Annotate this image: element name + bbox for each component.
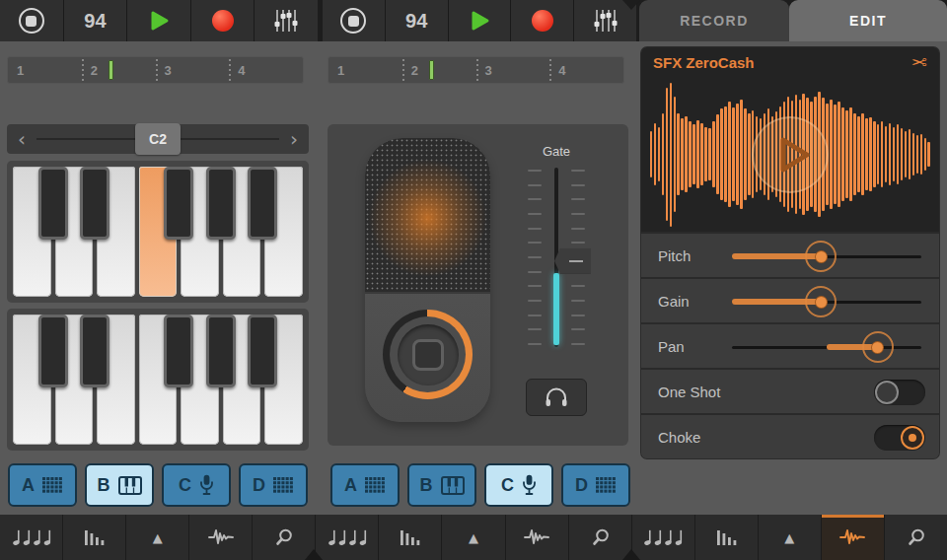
pad-button-a[interactable]: A [8, 463, 77, 507]
toolbar-item-triangle[interactable]: ▲ [126, 515, 189, 560]
triangle-icon: ▲ [153, 530, 163, 545]
waveform-bar [696, 120, 699, 188]
handle-dash [569, 260, 583, 262]
slider-handle[interactable] [816, 297, 827, 308]
waveform-bar [681, 118, 684, 189]
microphone-panel: Gate [328, 124, 628, 446]
bar-position-indicator-2[interactable]: 1 2 3 4 [328, 56, 624, 84]
waveform-bar [857, 116, 860, 193]
pad-button-d[interactable]: D [239, 463, 308, 507]
waveform-bar [849, 107, 852, 201]
gate-fader-handle[interactable] [554, 248, 591, 274]
sample-play-button[interactable] [752, 116, 829, 193]
one-shot-toggle[interactable] [874, 380, 925, 405]
black-key[interactable] [38, 315, 68, 387]
pad-button-b[interactable]: B [85, 463, 154, 507]
waveform-bar [834, 105, 837, 204]
bar-segment: 2 [402, 57, 476, 83]
waveform[interactable] [641, 77, 939, 232]
play-button[interactable] [127, 0, 191, 41]
gate-level-fill [553, 273, 559, 345]
toolbar-item-notes[interactable] [0, 515, 63, 560]
stop-button[interactable] [323, 0, 386, 41]
top-bar: 94 94 [0, 0, 947, 41]
black-key[interactable] [80, 167, 109, 240]
tempo-display[interactable]: 94 [386, 0, 449, 41]
octave-next-button[interactable]: › [279, 124, 309, 154]
play-icon [755, 119, 826, 190]
toolbar-item-magnifier[interactable] [885, 515, 947, 560]
toolbar-item-bars[interactable] [63, 515, 126, 560]
pitch-slider[interactable] [732, 234, 921, 279]
pad-button-b[interactable]: B [407, 463, 476, 507]
play-button[interactable] [449, 0, 512, 41]
toolbar-item-bars[interactable] [379, 515, 442, 560]
toolbar-item-notes[interactable] [316, 515, 379, 560]
black-key[interactable] [206, 167, 236, 240]
toolbar-item-wave[interactable] [189, 515, 253, 560]
waveform-bar [670, 83, 673, 227]
waveform-bar [841, 107, 844, 201]
bar-segment: 4 [549, 57, 623, 83]
waveform-bar [724, 106, 727, 203]
toolbar-item-notes[interactable] [632, 515, 695, 560]
waveform-bar [700, 123, 703, 186]
pad-letter: A [22, 475, 35, 496]
tab-record[interactable]: RECORD [639, 0, 789, 41]
toolbar-item-triangle[interactable]: ▲ [759, 515, 822, 560]
trim-scissors-icon[interactable]: ✂ [911, 51, 927, 73]
wave-icon [524, 526, 549, 548]
pad-button-d[interactable]: D [561, 463, 630, 507]
waveform-bar [692, 124, 695, 184]
bar-segment: 2 [82, 57, 156, 83]
waveform-bar [853, 113, 856, 196]
pan-slider[interactable] [732, 324, 921, 370]
octave-prev-button[interactable]: ‹ [7, 124, 36, 154]
bar-number: 4 [549, 63, 565, 78]
black-key[interactable] [80, 315, 109, 387]
mic-icon [199, 474, 214, 496]
record-button[interactable] [191, 0, 255, 41]
toolbar-item-triangle[interactable]: ▲ [442, 515, 505, 560]
piano-keyboard-upper [7, 161, 309, 303]
pad-letter: C [501, 475, 514, 496]
mic-knob[interactable] [383, 310, 473, 399]
slider-handle[interactable] [816, 251, 827, 262]
toolbar-item-wave[interactable] [506, 515, 569, 560]
tab-notch [622, 0, 640, 10]
pad-button-c[interactable]: C [162, 463, 231, 507]
monitor-button[interactable] [526, 379, 587, 416]
choke-toggle[interactable] [874, 425, 925, 451]
segment-divider [476, 59, 478, 81]
black-key[interactable] [164, 167, 193, 240]
bottom-toolbar: ▲▲▲ [0, 515, 947, 560]
toolbar-item-wave-active[interactable] [822, 515, 885, 560]
pad-button-c[interactable]: C [484, 463, 553, 507]
black-key[interactable] [164, 315, 193, 387]
record-button[interactable] [511, 0, 574, 41]
mixer-button[interactable] [255, 0, 318, 41]
magnifier-icon [906, 527, 926, 548]
tempo-display[interactable]: 94 [64, 0, 128, 41]
waveform-bar [677, 113, 680, 196]
octave-value[interactable]: C2 [135, 123, 181, 155]
gate-tick [528, 328, 542, 330]
tab-edit[interactable]: EDIT [789, 0, 947, 41]
black-key[interactable] [248, 315, 277, 387]
mic-knob-ring-gap [390, 316, 466, 392]
stop-button[interactable] [0, 0, 64, 41]
gate-label: Gate [521, 144, 592, 159]
toolbar-item-bars[interactable] [695, 515, 759, 560]
black-key[interactable] [38, 167, 68, 240]
gain-slider[interactable] [732, 279, 921, 324]
pitch-label: Pitch [658, 234, 691, 279]
triangle-icon: ▲ [784, 530, 794, 545]
pad-letter: A [344, 475, 357, 496]
bar-number: 1 [8, 63, 24, 78]
slider-handle[interactable] [872, 342, 883, 353]
gate-tick [528, 170, 542, 172]
bar-position-indicator-1[interactable]: 1 2 3 4 [7, 56, 304, 84]
black-key[interactable] [248, 167, 277, 240]
pad-button-a[interactable]: A [330, 463, 400, 507]
black-key[interactable] [206, 315, 236, 387]
